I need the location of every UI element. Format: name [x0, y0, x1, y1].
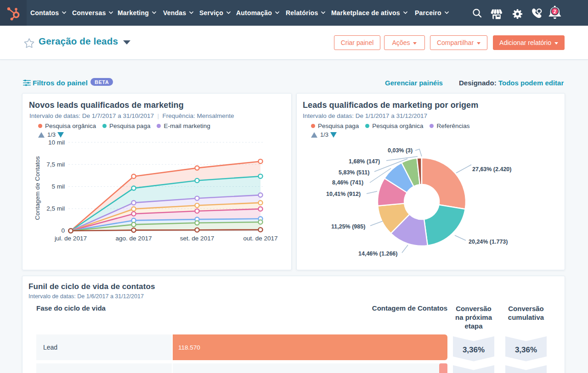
svg-text:ago. de 2017: ago. de 2017: [116, 235, 152, 242]
svg-text:set. de 2017: set. de 2017: [180, 235, 214, 242]
svg-text:5 mil: 5 mil: [51, 183, 65, 190]
svg-text:out. de 2017: out. de 2017: [243, 235, 277, 242]
svg-text:jul. de 2017: jul. de 2017: [54, 235, 87, 242]
svg-text:2: 2: [554, 9, 556, 14]
svg-text:0: 0: [61, 227, 65, 234]
svg-text:7,5 mil: 7,5 mil: [46, 161, 65, 168]
svg-text:Contagem de Contatos: Contagem de Contatos: [34, 156, 41, 220]
svg-text:10 mil: 10 mil: [48, 139, 65, 146]
svg-text:2,5 mil: 2,5 mil: [46, 205, 65, 212]
